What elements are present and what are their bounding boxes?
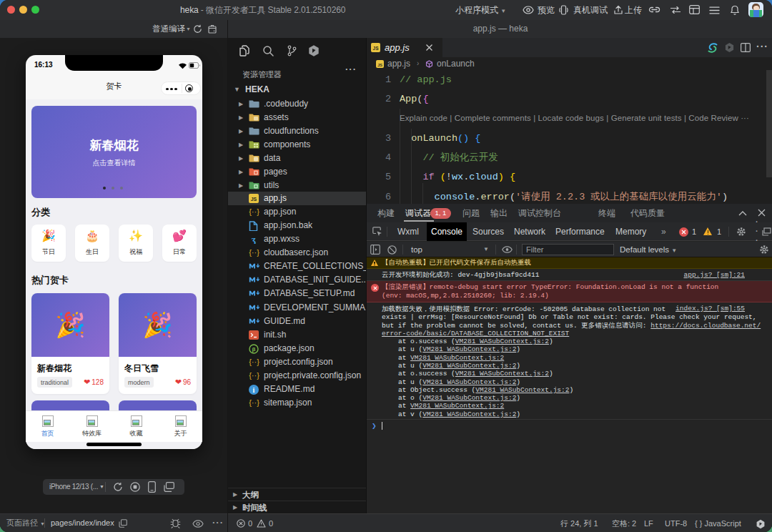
svg-text:{··}: {··}	[249, 358, 259, 366]
svg-text:i: i	[253, 386, 255, 394]
svg-text:ʒ: ʒ	[252, 235, 256, 244]
svg-text:β: β	[252, 346, 256, 353]
svg-text:JS: JS	[251, 197, 257, 202]
svg-text:{··}: {··}	[249, 207, 259, 216]
svg-text:{··}: {··}	[249, 248, 259, 257]
svg-text:JS: JS	[377, 62, 382, 66]
svg-text:{··}: {··}	[249, 371, 259, 380]
svg-text:{··}: {··}	[249, 398, 259, 407]
svg-text:JS: JS	[373, 46, 380, 51]
